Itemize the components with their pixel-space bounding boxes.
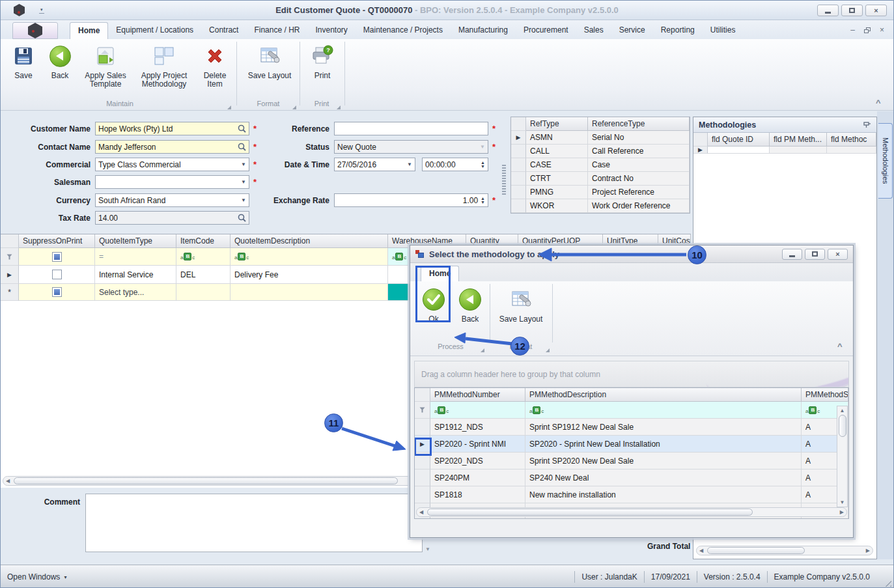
group-dialog-launcher-icon[interactable]	[227, 105, 231, 109]
chevron-down-icon[interactable]: ▼	[238, 179, 246, 185]
reftype-cell[interactable]: Call Reference	[588, 145, 690, 158]
method-description-cell[interactable]: New machine installation	[525, 486, 802, 503]
customer-name-field[interactable]: Hope Works (Pty) Ltd	[95, 122, 249, 135]
exchange-rate-spinner[interactable]: 1.00 ▲▼	[334, 193, 488, 207]
reftype-cell[interactable]: CTRT	[526, 172, 588, 186]
checkbox-indeterminate[interactable]	[52, 252, 62, 262]
scroll-right-icon[interactable]: ▶	[837, 509, 846, 515]
filter-cell-type[interactable]: =	[95, 248, 176, 266]
column-header-pmmethodstatus[interactable]: PMMethodS	[802, 388, 848, 402]
dialog-minimize-button[interactable]	[782, 249, 802, 260]
delete-item-button[interactable]: Delete Item	[199, 43, 231, 89]
new-row-cell[interactable]	[230, 284, 388, 301]
chevron-down-icon[interactable]: ▼	[404, 161, 412, 167]
filter-cell-itemcode[interactable]: aBc	[176, 248, 230, 266]
column-header-pmmethodnumber[interactable]: PMMethodNumber	[430, 388, 525, 402]
methodologies-cell[interactable]	[827, 147, 876, 154]
tax-rate-field[interactable]: 14.00	[95, 211, 249, 225]
open-windows-button[interactable]: Open Windows ▾	[7, 572, 66, 581]
scroll-left-icon[interactable]: ◀	[697, 548, 706, 553]
column-header-quote-id[interactable]: fld Quote ID	[708, 133, 770, 147]
suppress-cell[interactable]	[19, 266, 95, 284]
reference-input[interactable]	[334, 122, 488, 135]
status-dropdown[interactable]: New Quote ▼	[334, 140, 488, 154]
reftype-cell[interactable]: CALL	[526, 145, 588, 158]
tab-sales[interactable]: Sales	[576, 22, 611, 39]
dialog-maximize-button[interactable]	[805, 249, 825, 260]
reftype-cell[interactable]: Serial No	[588, 131, 690, 145]
method-description-cell[interactable]: Sprint SP2020 New Deal Sale	[525, 453, 802, 469]
methodology-grid-hscrollbar[interactable]: ◀ ▶	[416, 507, 847, 517]
splitter-handle[interactable]	[502, 165, 506, 195]
tab-inventory[interactable]: Inventory	[307, 22, 355, 39]
tab-maintenance-projects[interactable]: Maintenance / Projects	[356, 22, 451, 39]
tab-home[interactable]: Home	[70, 22, 108, 39]
scroll-left-icon[interactable]: ◀	[3, 478, 12, 484]
method-number-cell[interactable]: SP2020_NDS	[430, 453, 525, 469]
time-spinner[interactable]: 00:00:00 ▲▼	[422, 158, 488, 171]
tab-finance-hr[interactable]: Finance / HR	[246, 22, 307, 39]
dialog-save-layout-button[interactable]: Save Layout	[495, 287, 547, 324]
reftype-cell[interactable]: CASE	[526, 158, 588, 172]
salesman-dropdown[interactable]: ▼	[95, 175, 249, 189]
method-number-cell-selected[interactable]: SP2020 - Sprint NMI	[430, 436, 525, 453]
tab-utilities[interactable]: Utilities	[703, 22, 744, 39]
group-by-panel[interactable]: Drag a column header here to group by th…	[414, 361, 849, 387]
dialog-close-button[interactable]: ×	[828, 249, 848, 260]
reftype-cell[interactable]: PMNG	[526, 186, 588, 199]
tab-procurement[interactable]: Procurement	[516, 22, 576, 39]
save-layout-button[interactable]: Save Layout	[244, 43, 295, 80]
mdi-restore-button[interactable]	[864, 27, 871, 33]
column-header[interactable]: SuppressOnPrint	[19, 234, 95, 248]
group-dialog-launcher-icon[interactable]	[481, 348, 484, 352]
item-description-cell[interactable]: Delivery Fee	[230, 266, 388, 284]
column-header-pmmethoddescription[interactable]: PMMethodDescription	[525, 388, 802, 402]
mdi-minimize-button[interactable]: –	[850, 25, 855, 35]
scroll-down-icon[interactable]: ▼	[840, 498, 845, 507]
filter-cell-suppress[interactable]	[19, 248, 95, 266]
method-number-cell[interactable]: SP1818	[430, 486, 525, 503]
date-picker[interactable]: 27/05/2016 ▼	[334, 158, 415, 171]
mdi-close-button[interactable]: ×	[880, 25, 884, 35]
filter-cell-description[interactable]: aBc	[230, 248, 388, 266]
commercial-dropdown[interactable]: Type Class Commercial ▼	[95, 158, 249, 171]
back-button[interactable]: Back	[44, 43, 76, 80]
filter-cell-number[interactable]: aBc	[430, 402, 525, 419]
column-header-referencetype[interactable]: ReferenceType	[588, 117, 690, 131]
method-number-cell[interactable]: SP240PM	[430, 469, 525, 486]
new-row-type-cell[interactable]: Select type...	[95, 284, 176, 301]
method-description-cell[interactable]: Sprint SP1912 New Deal Sale	[525, 419, 802, 436]
checkbox-unchecked[interactable]	[52, 270, 62, 279]
minimize-button[interactable]	[817, 5, 839, 16]
methodologies-cell[interactable]	[770, 147, 827, 154]
comment-textarea[interactable]	[85, 494, 423, 552]
methodology-grid-vscrollbar[interactable]: ▲ ▼	[837, 406, 848, 507]
spinner-icons[interactable]: ▲▼	[478, 161, 485, 169]
tab-equipment-locations[interactable]: Equipment / Locations	[108, 22, 201, 39]
print-button[interactable]: ? Print	[305, 43, 339, 80]
reftype-cell[interactable]: Project Reference	[588, 186, 690, 199]
reftype-cell[interactable]: WKOR	[526, 199, 588, 213]
method-number-cell[interactable]: SP1912_NDS	[430, 419, 525, 436]
tab-contract[interactable]: Contract	[201, 22, 246, 39]
filter-cell-description[interactable]: aBc	[525, 402, 802, 419]
method-description-cell[interactable]: SP240 New Deal	[525, 469, 802, 486]
new-row-cell[interactable]	[176, 284, 230, 301]
reftype-cell[interactable]: Work Order Reference	[588, 199, 690, 213]
lookup-icon[interactable]	[238, 214, 246, 222]
item-code-cell[interactable]: DEL	[176, 266, 230, 284]
reftype-cell[interactable]: ASMN	[526, 131, 588, 145]
tab-reporting[interactable]: Reporting	[653, 22, 703, 39]
application-menu-button[interactable]	[12, 22, 58, 39]
apply-sales-template-button[interactable]: Apply Sales Template	[80, 43, 131, 89]
reftype-cell[interactable]: Contract No	[588, 172, 690, 186]
scroll-right-icon[interactable]: ▶	[863, 548, 873, 553]
group-dialog-launcher-icon[interactable]	[292, 105, 296, 109]
new-row-suppress-cell[interactable]	[19, 284, 95, 301]
item-type-cell[interactable]: Internal Service	[95, 266, 176, 284]
column-header-reftype[interactable]: RefType	[526, 117, 588, 131]
methodologies-hscrollbar[interactable]: ◀ ▶	[696, 546, 873, 555]
pin-icon[interactable]	[863, 120, 871, 129]
scroll-left-icon[interactable]: ◀	[417, 509, 426, 515]
column-header[interactable]: ItemCode	[176, 234, 230, 248]
